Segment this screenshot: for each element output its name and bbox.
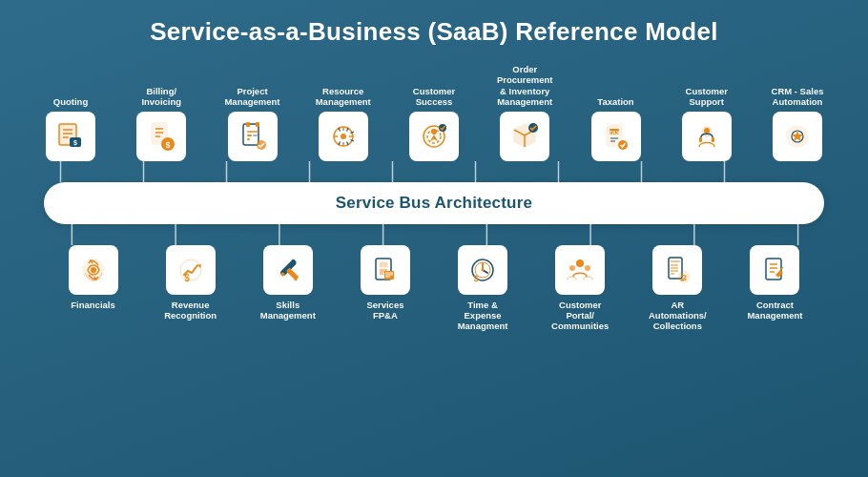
module-customer-success: CustomerSuccess: [392, 81, 476, 161]
svg-text:TAX: TAX: [609, 130, 620, 135]
module-time-expense: $ Time &ExpenseManagment: [438, 245, 528, 332]
svg-point-88: [569, 265, 575, 271]
svg-rect-17: [247, 135, 252, 136]
module-quoting-label: Quoting: [53, 81, 88, 108]
page-title: Service-as-a-Business (SaaB) Reference M…: [150, 17, 718, 47]
module-skills-icon: [263, 245, 313, 295]
module-taxation-label: Taxation: [597, 81, 633, 108]
svg-rect-42: [699, 137, 702, 142]
module-resource: ResourceManagement: [301, 81, 385, 161]
module-taxation-icon: TAX: [591, 112, 641, 161]
module-billing-icon: $: [136, 112, 186, 161]
module-customer-support-icon: [682, 112, 732, 161]
svg-point-86: [482, 268, 485, 271]
module-financials-icon: $: [69, 245, 118, 295]
module-quoting: Quoting $: [29, 81, 113, 161]
svg-point-22: [341, 134, 346, 139]
svg-rect-43: [712, 137, 714, 142]
svg-point-89: [585, 265, 590, 271]
module-financials: $ Financials: [48, 245, 138, 324]
module-contract-icon: [750, 245, 799, 295]
main-container: Service-as-a-Business (SaaB) Reference M…: [0, 0, 868, 477]
module-skills: SkillsManagement: [242, 245, 333, 324]
module-skills-label: SkillsManagement: [260, 300, 316, 324]
diagram: Quoting $ Billing/Invoicing: [19, 64, 849, 467]
module-billing-label: Billing/Invoicing: [141, 81, 181, 108]
module-financials-label: Financials: [71, 300, 114, 324]
module-customer-support: CustomerSupport: [665, 81, 749, 161]
module-time-expense-icon: $: [458, 245, 507, 295]
svg-text:$: $: [184, 273, 190, 283]
svg-point-29: [431, 129, 437, 135]
module-revenue: $ RevenueRecognition: [145, 245, 236, 324]
module-services-fp-label: ServicesFP&A: [366, 300, 403, 324]
module-order-procurement-label: OrderProcurement& InventoryManagement: [497, 64, 553, 108]
module-revenue-icon: $: [166, 245, 216, 295]
module-customer-portal: CustomerPortal/Communities: [535, 245, 626, 332]
module-project-icon: [228, 112, 278, 161]
svg-text:$: $: [73, 139, 77, 147]
svg-point-87: [576, 259, 584, 267]
module-customer-portal-icon: [555, 245, 605, 295]
svg-point-69: [280, 272, 284, 276]
module-customer-portal-label: CustomerPortal/Communities: [551, 300, 609, 332]
module-crm-sales-icon: [773, 112, 822, 161]
bottom-connector-lines: [19, 224, 849, 245]
svg-rect-15: [256, 122, 259, 127]
module-contract: ContractManagement: [730, 245, 820, 324]
module-customer-support-label: CustomerSupport: [686, 81, 728, 108]
svg-rect-19: [253, 135, 258, 136]
svg-point-30: [439, 124, 446, 132]
bottom-modules-row: $ Financials $ RevenueRecognition: [19, 245, 849, 332]
module-services-fp-icon: [361, 245, 410, 295]
module-order-procurement: OrderProcurement& InventoryManagement: [483, 64, 567, 161]
module-project: ProjectManagement: [211, 81, 295, 161]
module-revenue-label: RevenueRecognition: [164, 300, 217, 324]
module-ar-automations-label: ARAutomations/Collections: [649, 300, 707, 332]
svg-rect-91: [671, 260, 680, 262]
module-taxation: Taxation TAX: [574, 81, 658, 161]
module-resource-label: ResourceManagement: [316, 81, 371, 108]
module-customer-success-icon: [409, 112, 459, 161]
service-bus: Service Bus Architecture: [44, 182, 824, 224]
svg-text:$: $: [91, 266, 95, 275]
svg-rect-70: [286, 267, 299, 280]
svg-point-38: [618, 140, 628, 150]
module-order-procurement-icon: [500, 112, 549, 161]
svg-text:$: $: [474, 274, 479, 283]
module-services-fp: ServicesFP&A: [340, 245, 430, 324]
service-bus-label: Service Bus Architecture: [336, 194, 532, 213]
module-contract-label: ContractManagement: [747, 300, 802, 324]
module-quoting-icon: $: [46, 112, 95, 161]
module-crm-sales-label: CRM - SalesAutomation: [772, 81, 824, 108]
module-project-label: ProjectManagement: [224, 81, 279, 108]
module-resource-icon: [319, 112, 368, 161]
module-customer-success-label: CustomerSuccess: [413, 81, 455, 108]
module-time-expense-label: Time &ExpenseManagment: [458, 300, 508, 332]
module-crm-sales: CRM - SalesAutomation: [755, 81, 839, 161]
svg-rect-18: [247, 138, 250, 140]
svg-rect-73: [380, 262, 387, 267]
top-connector-lines: [19, 161, 849, 182]
module-billing: Billing/Invoicing $: [119, 81, 203, 161]
top-modules-row: Quoting $ Billing/Invoicing: [19, 64, 849, 161]
svg-text:$: $: [166, 140, 171, 150]
module-ar-automations-icon: [652, 245, 702, 295]
svg-rect-14: [246, 122, 250, 127]
module-ar-automations: ARAutomations/Collections: [632, 245, 723, 332]
